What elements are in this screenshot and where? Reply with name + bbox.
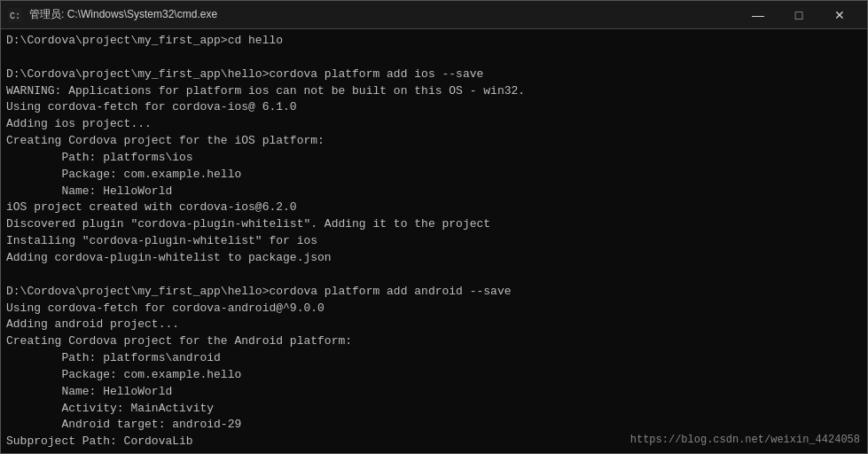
title-bar: C: 管理员: C:\Windows\System32\cmd.exe — □ … xyxy=(1,1,867,29)
terminal-output: D:\Cordova\project\my_first_app>cd hello… xyxy=(6,33,862,453)
window-title: 管理员: C:\Windows\System32\cmd.exe xyxy=(29,7,217,22)
minimize-button[interactable]: — xyxy=(738,1,778,29)
cmd-window: C: 管理员: C:\Windows\System32\cmd.exe — □ … xyxy=(0,0,868,454)
maximize-button[interactable]: □ xyxy=(778,1,819,29)
svg-text:C:: C: xyxy=(10,12,20,21)
watermark: https://blog.csdn.net/weixin_4424058 xyxy=(630,434,860,446)
close-button[interactable]: ✕ xyxy=(819,1,860,29)
terminal-body[interactable]: D:\Cordova\project\my_first_app>cd hello… xyxy=(1,29,867,453)
title-bar-left: C: 管理员: C:\Windows\System32\cmd.exe xyxy=(8,7,217,22)
cmd-icon: C: xyxy=(8,8,22,22)
window-controls: — □ ✕ xyxy=(738,1,860,29)
